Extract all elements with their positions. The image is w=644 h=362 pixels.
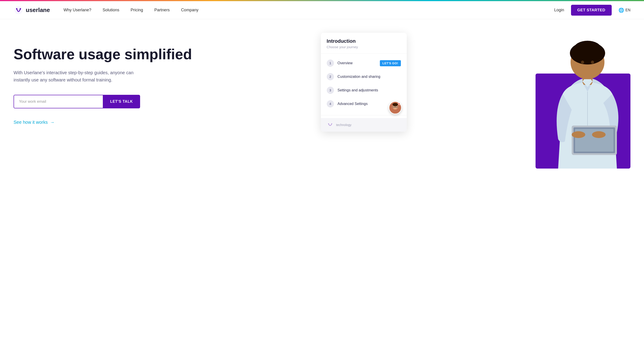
- logo-icon: [14, 5, 24, 15]
- card-title: Introduction: [327, 38, 401, 44]
- hero-subtitle: With Userlane's interactive step-by-step…: [14, 69, 140, 83]
- nav-pricing[interactable]: Pricing: [130, 8, 143, 13]
- nav-right: Login GET STARTED 🌐 EN: [554, 5, 630, 16]
- svg-point-17: [592, 131, 606, 138]
- svg-point-1: [20, 8, 21, 10]
- card-item-2[interactable]: 2 Customization and sharing: [321, 70, 407, 83]
- item-number-3: 3: [327, 87, 334, 94]
- svg-point-8: [581, 61, 584, 64]
- hero-section: Software usage simplified With Userlane'…: [0, 19, 644, 362]
- userlane-footer-icon: [327, 121, 334, 128]
- hero-right: Introduction Choose your journey 1 Overv…: [334, 33, 630, 168]
- item-label-1: Overview: [338, 61, 376, 65]
- card-divider: [321, 53, 407, 54]
- ui-card: Introduction Choose your journey 1 Overv…: [321, 33, 407, 132]
- navbar: userlane Why Userlane? Solutions Pricing…: [0, 1, 644, 19]
- card-item-1[interactable]: 1 Overview LET'S GO!: [321, 56, 407, 70]
- lets-go-badge: LET'S GO!: [380, 60, 401, 66]
- see-how-link[interactable]: See how it works →: [14, 120, 54, 125]
- svg-point-23: [392, 103, 398, 106]
- lets-talk-button[interactable]: LET'S TALK: [103, 95, 140, 108]
- item-number-4: 4: [327, 100, 334, 107]
- logo-text: userlane: [26, 7, 50, 14]
- person-figure: [540, 37, 626, 168]
- get-started-button[interactable]: GET STARTED: [571, 5, 612, 16]
- card-subtitle: Choose your journey: [327, 45, 401, 49]
- card-footer: technology: [321, 118, 407, 132]
- arrow-right-icon: →: [50, 120, 54, 125]
- email-form: LET'S TALK: [14, 95, 140, 108]
- item-label-2: Customization and sharing: [338, 75, 401, 79]
- lang-label: EN: [626, 8, 630, 12]
- svg-point-2: [328, 123, 329, 124]
- logo-link[interactable]: userlane: [14, 5, 50, 15]
- email-input[interactable]: [14, 95, 103, 108]
- notification-dot: [398, 101, 402, 105]
- card-item-3[interactable]: 3 Settings and adjustments: [321, 83, 407, 97]
- nav-links: Why Userlane? Solutions Pricing Partners…: [64, 8, 554, 13]
- nav-partners[interactable]: Partners: [154, 8, 170, 13]
- nav-solutions[interactable]: Solutions: [102, 8, 119, 13]
- svg-point-3: [331, 123, 332, 124]
- svg-point-16: [572, 131, 585, 138]
- svg-point-9: [591, 61, 594, 64]
- svg-point-7: [574, 41, 601, 57]
- card-header: Introduction Choose your journey: [321, 33, 407, 51]
- item-label-3: Settings and adjustments: [338, 88, 401, 92]
- globe-icon: 🌐: [618, 8, 624, 13]
- avatar-bubble: [389, 101, 402, 114]
- see-how-label: See how it works: [14, 120, 48, 125]
- item-number-1: 1: [327, 60, 334, 67]
- hero-left: Software usage simplified With Userlane'…: [14, 33, 334, 125]
- language-button[interactable]: 🌐 EN: [618, 8, 630, 13]
- nav-why-userlane[interactable]: Why Userlane?: [64, 8, 91, 13]
- item-number-2: 2: [327, 73, 334, 80]
- card-footer-divider: [321, 115, 407, 115]
- footer-text: technology: [336, 123, 352, 127]
- hero-title: Software usage simplified: [14, 46, 334, 62]
- svg-point-0: [16, 8, 18, 10]
- login-link[interactable]: Login: [554, 8, 564, 13]
- person-illustration: [549, 37, 626, 168]
- nav-company[interactable]: Company: [181, 8, 198, 13]
